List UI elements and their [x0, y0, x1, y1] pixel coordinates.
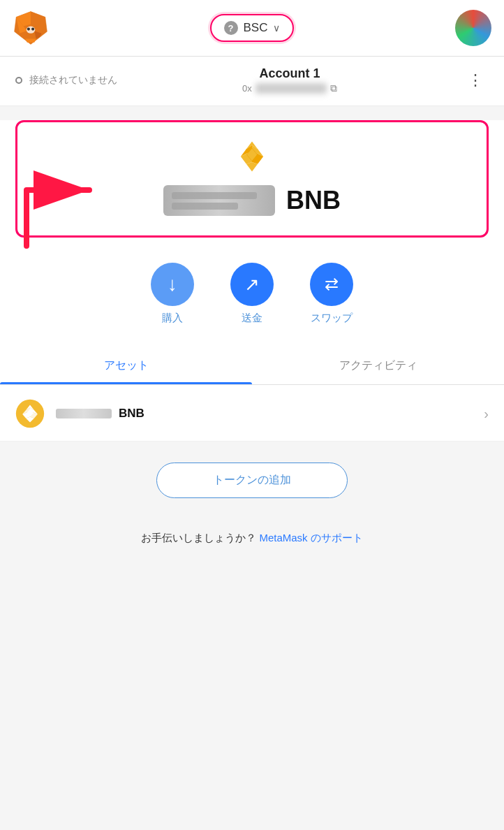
address-masked: ●●●●●●●●●●●●	[255, 83, 327, 94]
account-name: Account 1	[117, 66, 462, 81]
profile-icon[interactable]	[455, 10, 491, 46]
swap-label: スワップ	[311, 312, 353, 325]
add-token-button[interactable]: トークンの追加	[156, 463, 348, 498]
bnb-icon	[233, 138, 271, 175]
send-button[interactable]: ↗	[230, 263, 274, 306]
tabs: アセット アクティビティ	[0, 347, 504, 385]
tab-activity[interactable]: アクティビティ	[252, 347, 504, 384]
connection-status: 接続されていません	[15, 74, 117, 87]
asset-name-bnb: BNB	[119, 407, 144, 421]
metamask-support-link[interactable]: MetaMask のサポート	[259, 532, 362, 544]
send-label: 送金	[242, 312, 262, 325]
svg-point-9	[27, 27, 30, 30]
add-token-section: トークンの追加	[0, 442, 504, 519]
balance-currency: BNB	[286, 186, 341, 215]
balance-amount-blurred	[163, 185, 275, 216]
send-icon: ↗	[244, 274, 260, 296]
swap-action[interactable]: ⇄ スワップ	[310, 263, 353, 325]
asset-chevron-icon: ›	[484, 406, 489, 422]
tab-assets[interactable]: アセット	[0, 347, 252, 384]
svg-marker-16	[246, 162, 258, 172]
buy-action[interactable]: ↓ 購入	[151, 263, 194, 325]
copy-icon[interactable]: ⧉	[330, 82, 337, 94]
chevron-down-icon: ∨	[273, 22, 280, 34]
bnb-logo-top	[37, 138, 467, 175]
send-action[interactable]: ↗ 送金	[230, 263, 274, 325]
action-buttons: ↓ 購入 ↗ 送金 ⇄ スワップ	[0, 252, 504, 330]
swap-button[interactable]: ⇄	[310, 263, 353, 306]
buy-label: 購入	[162, 312, 183, 325]
account-info: Account 1 0x ●●●●●●●●●●●● ⧉	[117, 66, 462, 94]
balance-row: BNB	[37, 185, 467, 216]
footer-support: お手伝いしましょうか？ MetaMask のサポート	[0, 519, 504, 566]
network-label: BSC	[244, 21, 268, 35]
balance-box: BNB	[15, 120, 489, 238]
network-help-icon: ?	[224, 21, 238, 35]
swap-icon: ⇄	[325, 275, 339, 294]
buy-button[interactable]: ↓	[151, 263, 194, 306]
account-address[interactable]: 0x ●●●●●●●●●●●● ⧉	[117, 82, 462, 94]
app-header: ? BSC ∨	[0, 0, 504, 57]
connection-dot	[15, 77, 22, 84]
footer-text: お手伝いしましょうか？	[141, 532, 256, 544]
main-area: BNB ↓ 購入 ↗ 送金	[0, 120, 504, 442]
network-selector-button[interactable]: ? BSC ∨	[210, 14, 295, 42]
more-options-button[interactable]: ⋮	[462, 68, 489, 92]
buy-icon: ↓	[168, 273, 177, 296]
asset-item-bnb[interactable]: BNB ›	[0, 386, 504, 442]
svg-marker-7	[25, 39, 36, 43]
account-bar: 接続されていません Account 1 0x ●●●●●●●●●●●● ⧉ ⋮	[0, 57, 504, 106]
asset-amount-blurred	[56, 409, 112, 418]
asset-list: BNB ›	[0, 386, 504, 442]
asset-bnb-info: BNB	[56, 407, 484, 421]
metamask-logo	[13, 10, 49, 46]
bnb-asset-icon	[15, 399, 45, 428]
svg-point-10	[31, 27, 34, 30]
asset-amount-row: BNB	[56, 407, 484, 421]
